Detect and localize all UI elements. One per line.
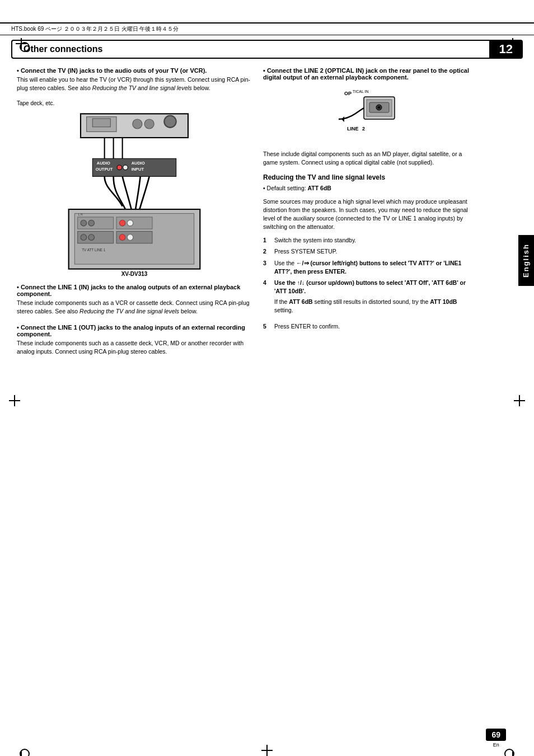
top-strip-text: HTS.book 69 ページ ２００３年２月２５日 火曜日 午後１時４５分 [11, 26, 179, 32]
step-4-content: Use the ↑/↓ (cursor up/down) buttons to … [274, 279, 470, 319]
left-column: Connect the TV (IN) jacks to the audio o… [17, 67, 252, 364]
section-line1-in-body: These include components such as a VCR o… [17, 299, 252, 316]
step-2: 2 Press SYSTEM SETUP. [263, 247, 470, 256]
step-1: 1 Switch the system into standby. [263, 236, 470, 245]
main-content: Connect the TV (IN) jacks to the audio o… [17, 67, 517, 364]
page-number: 69 [486, 729, 506, 741]
section-line1-out-body: These include components such as a casse… [17, 339, 252, 356]
svg-point-5 [164, 116, 176, 128]
svg-point-29 [127, 234, 133, 241]
circle-mark-bl [20, 749, 30, 756]
svg-rect-2 [92, 119, 110, 127]
svg-text:TICAL IN: TICAL IN [353, 90, 369, 93]
unit-label: XV-DV313 [121, 271, 148, 277]
svg-text:AUDIO: AUDIO [97, 161, 110, 166]
step-3-content: Use the ←/⇒ (cursor left/right) buttons … [274, 259, 470, 275]
svg-text:TV ATT   LINE 1: TV ATT LINE 1 [82, 248, 106, 252]
crosshair-bottom-center [261, 745, 273, 756]
step-5: 5 Press ENTER to confirm. [263, 322, 470, 331]
crosshair-mid-left [9, 395, 20, 406]
svg-point-24 [119, 220, 125, 227]
svg-text:2: 2 [362, 126, 365, 132]
svg-text:AUDIO: AUDIO [132, 161, 145, 166]
section-line2-optical: Connect the LINE 2 (OPTICAL IN) jack on … [263, 67, 470, 81]
step-1-text: Switch the system into standby. [274, 236, 470, 245]
default-setting-value: ATT 6dB [308, 185, 331, 191]
bottom-bar: 69 En [486, 729, 506, 748]
step-4-extra: If the ATT 6dB setting still results in … [274, 298, 470, 314]
svg-point-23 [88, 220, 95, 227]
svg-point-15 [123, 166, 128, 171]
optical-diagram: OP TICAL IN LINE 2 [263, 88, 470, 144]
reducing-section: Reducing the TV and line signal levels •… [263, 173, 470, 330]
section-optical-title: Connect the LINE 2 (OPTICAL IN) jack on … [263, 67, 470, 81]
svg-text:INPUT: INPUT [132, 167, 144, 172]
step-1-num: 1 [263, 236, 271, 245]
top-strip: HTS.book 69 ページ ２００３年２月２５日 火曜日 午後１時４５分 [0, 22, 534, 35]
english-tab: English [518, 235, 534, 286]
section-optical-body: These include digital components such as… [263, 150, 470, 167]
circle-mark-tr [504, 42, 514, 52]
default-setting: • Default setting: ATT 6dB [263, 184, 470, 192]
right-column: Connect the LINE 2 (OPTICAL IN) jack on … [263, 67, 470, 364]
connection-diagram-svg: AUDIO OUTPUT AUDIO INPUT [45, 111, 224, 278]
reducing-body: Some sources may produce a high signal l… [263, 198, 470, 232]
section-tv-in-body: This will enable you to hear the TV (or … [17, 76, 252, 92]
step-2-num: 2 [263, 247, 271, 256]
optical-diagram-svg: OP TICAL IN LINE 2 [316, 88, 417, 144]
reducing-title: Reducing the TV and line signal levels [263, 173, 470, 181]
section-line1-in: Connect the LINE 1 (IN) jacks to the ana… [17, 284, 252, 316]
svg-point-4 [144, 119, 154, 129]
svg-point-14 [117, 166, 122, 171]
connection-diagram: Tape deck, etc. AUDIO OUTPUT [17, 100, 252, 278]
step-3: 3 Use the ←/⇒ (cursor left/right) button… [263, 259, 470, 275]
section-line1-out: Connect the LINE 1 (OUT) jacks to the an… [17, 324, 252, 356]
circle-mark-tl [20, 42, 30, 52]
section-tv-in-title: Connect the TV (IN) jacks to the audio o… [17, 67, 252, 74]
svg-point-28 [119, 234, 125, 241]
step-3-num: 3 [263, 259, 271, 275]
section-line1-in-title: Connect the LINE 1 (IN) jacks to the ana… [17, 284, 252, 297]
svg-text:LINE: LINE [347, 126, 359, 132]
svg-point-38 [378, 106, 380, 109]
page-lang: En [493, 742, 499, 748]
svg-text:OP: OP [344, 91, 352, 96]
section-line1-out-title: Connect the LINE 1 (OUT) jacks to the an… [17, 324, 252, 337]
header-bar: Other connections 12 [11, 40, 523, 59]
crosshair-mid-right [514, 395, 525, 406]
page: HTS.book 69 ページ ２００３年２月２５日 火曜日 午後１時４５分 O… [0, 22, 534, 756]
svg-point-25 [127, 220, 133, 227]
svg-point-22 [81, 220, 87, 227]
step-4: 4 Use the ↑/↓ (cursor up/down) buttons t… [263, 279, 470, 319]
page-title: Other connections [11, 40, 489, 59]
step-2-text: Press SYSTEM SETUP. [274, 247, 470, 256]
section-tv-in: Connect the TV (IN) jacks to the audio o… [17, 67, 252, 92]
svg-point-26 [81, 234, 87, 241]
circle-mark-br [504, 749, 514, 756]
step-5-num: 5 [263, 322, 271, 331]
svg-text:L R: L R [78, 213, 83, 216]
svg-point-27 [88, 234, 95, 241]
svg-text:OUTPUT: OUTPUT [96, 167, 113, 172]
step-5-text: Press ENTER to confirm. [274, 322, 470, 331]
step-4-num: 4 [263, 279, 271, 319]
diagram-label-tape: Tape deck, etc. [17, 100, 252, 106]
svg-point-3 [133, 119, 142, 129]
